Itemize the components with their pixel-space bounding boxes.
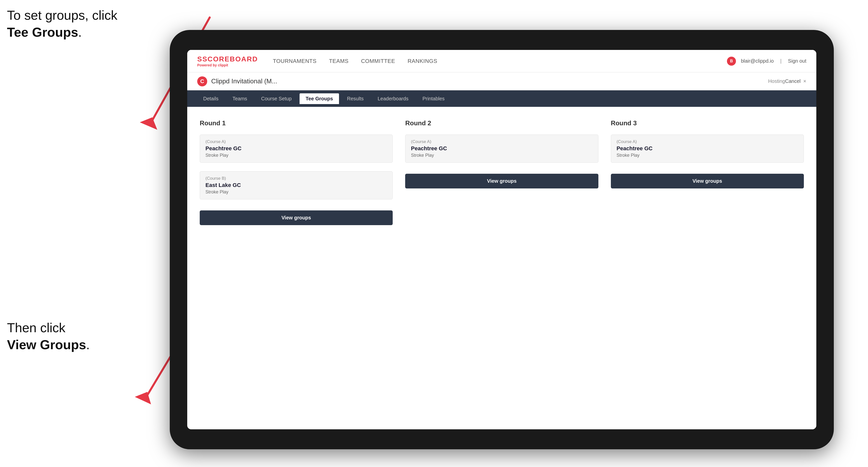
round-1-course-a-name: Peachtree GC	[206, 145, 387, 152]
main-content: Round 1 (Course A) Peachtree GC Stroke P…	[187, 107, 816, 429]
round-2-course-a-label: (Course A)	[411, 139, 592, 144]
instruction-view-groups: View Groups	[7, 338, 86, 352]
round-3-column: Round 3 (Course A) Peachtree GC Stroke P…	[611, 119, 804, 225]
svg-marker-1	[140, 117, 157, 130]
round-3-course-a-format: Stroke Play	[617, 153, 798, 158]
round-2-column: Round 2 (Course A) Peachtree GC Stroke P…	[405, 119, 598, 225]
hosting-badge: Hosting	[768, 79, 785, 84]
instruction-tee-groups: Tee Groups	[7, 25, 78, 39]
round-3-course-a-card: (Course A) Peachtree GC Stroke Play	[611, 134, 804, 163]
round-1-course-b-format: Stroke Play	[206, 189, 387, 195]
nav-committee[interactable]: COMMITTEE	[361, 56, 395, 66]
logo-sub: Powered by clippit	[197, 63, 258, 67]
round-1-course-b-name: East Lake GC	[206, 182, 387, 188]
round-3-title: Round 3	[611, 119, 804, 127]
tab-tee-groups[interactable]: Tee Groups	[300, 93, 339, 104]
round-1-view-groups-button[interactable]: View groups	[200, 210, 393, 225]
tablet-shell: SSCOREBOARD Powered by clippit TOURNAMEN…	[170, 30, 834, 449]
rounds-grid: Round 1 (Course A) Peachtree GC Stroke P…	[200, 119, 804, 225]
tournament-name: Clippd Invitational (M...	[211, 77, 766, 85]
logo-text: SCOREBOARD	[203, 55, 258, 63]
logo-s: S	[197, 55, 203, 63]
tab-bar: Details Teams Course Setup Tee Groups Re…	[187, 90, 816, 107]
logo-area: SSCOREBOARD Powered by clippit	[197, 55, 258, 67]
round-1-course-a-card: (Course A) Peachtree GC Stroke Play	[200, 134, 393, 163]
round-2-course-a-format: Stroke Play	[411, 153, 592, 158]
nav-teams[interactable]: TEAMS	[329, 56, 348, 66]
user-email: blair@clippd.io	[741, 58, 774, 64]
instruction-bottom: Then click View Groups.	[7, 319, 90, 353]
round-1-column: Round 1 (Course A) Peachtree GC Stroke P…	[200, 119, 393, 225]
tab-course-setup[interactable]: Course Setup	[255, 93, 298, 104]
top-nav: SSCOREBOARD Powered by clippit TOURNAMEN…	[187, 50, 816, 72]
sub-header: C Clippd Invitational (M... Hosting Canc…	[187, 72, 816, 90]
nav-rankings[interactable]: RANKINGS	[408, 56, 437, 66]
round-1-course-b-label: (Course B)	[206, 176, 387, 181]
close-icon[interactable]: ✕	[803, 79, 806, 84]
nav-tournaments[interactable]: TOURNAMENTS	[273, 56, 316, 66]
round-2-title: Round 2	[405, 119, 598, 127]
tablet-screen: SSCOREBOARD Powered by clippit TOURNAMEN…	[187, 50, 816, 429]
round-2-course-a-card: (Course A) Peachtree GC Stroke Play	[405, 134, 598, 163]
cancel-button[interactable]: Cancel	[785, 79, 801, 84]
nav-links: TOURNAMENTS TEAMS COMMITTEE RANKINGS	[273, 56, 727, 66]
instruction-top-line1: To set groups, click	[7, 8, 117, 23]
sign-out-link[interactable]: Sign out	[788, 58, 806, 64]
tab-teams[interactable]: Teams	[226, 93, 253, 104]
instruction-bottom-line1: Then click	[7, 320, 65, 335]
user-avatar: B	[727, 57, 736, 66]
tournament-icon: C	[197, 76, 207, 86]
round-1-course-b-card: (Course B) East Lake GC Stroke Play	[200, 171, 393, 199]
round-1-course-a-format: Stroke Play	[206, 153, 387, 158]
instruction-top: To set groups, click Tee Groups.	[7, 7, 117, 41]
logo-scoreboard: SSCOREBOARD	[197, 55, 258, 63]
round-3-view-groups-button[interactable]: View groups	[611, 174, 804, 188]
tab-details[interactable]: Details	[197, 93, 224, 104]
round-3-course-a-name: Peachtree GC	[617, 145, 798, 152]
round-3-course-a-label: (Course A)	[617, 139, 798, 144]
round-1-course-a-label: (Course A)	[206, 139, 387, 144]
tab-leaderboards[interactable]: Leaderboards	[372, 93, 414, 104]
tab-printables[interactable]: Printables	[416, 93, 451, 104]
tab-results[interactable]: Results	[341, 93, 370, 104]
round-1-title: Round 1	[200, 119, 393, 127]
round-2-view-groups-button[interactable]: View groups	[405, 174, 598, 188]
round-2-course-a-name: Peachtree GC	[411, 145, 592, 152]
nav-right: B blair@clippd.io | Sign out	[727, 57, 806, 66]
